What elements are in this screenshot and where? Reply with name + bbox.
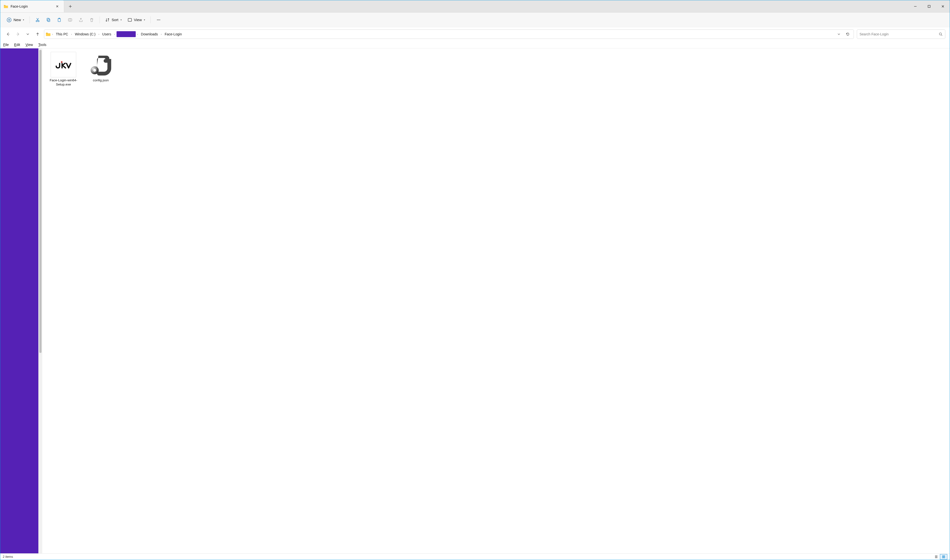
minimize-button[interactable] — [908, 0, 922, 12]
up-arrow-icon — [35, 32, 40, 36]
chevron-down-icon: ▾ — [144, 18, 145, 21]
address-dropdown-button[interactable] — [836, 31, 842, 38]
chevron-down-icon — [26, 32, 29, 36]
nav-scrollbar[interactable] — [39, 48, 42, 553]
folder-icon — [4, 5, 8, 8]
chevron-right-icon[interactable]: › — [160, 33, 162, 35]
menu-tools[interactable]: Tools — [38, 42, 47, 47]
title-bar: Face-Login ✕ — [0, 0, 950, 12]
rename-button[interactable] — [66, 15, 74, 24]
search-box[interactable] — [857, 29, 945, 39]
explorer-window: Face-Login ✕ New ▾ — [0, 0, 950, 560]
ellipsis-icon — [156, 17, 161, 22]
new-button[interactable]: New ▾ — [5, 15, 26, 24]
chevron-down-icon: ▾ — [23, 18, 24, 21]
svg-point-12 — [158, 19, 159, 20]
menu-edit[interactable]: Edit — [14, 42, 21, 47]
minimize-icon — [914, 5, 917, 8]
command-bar: New ▾ — [0, 12, 950, 27]
view-large-icons-button[interactable] — [940, 554, 947, 560]
sort-icon — [105, 18, 109, 22]
share-icon — [79, 17, 83, 22]
svg-rect-16 — [61, 62, 62, 63]
view-icon — [128, 18, 132, 22]
svg-rect-5 — [47, 18, 49, 21]
toolbar-separator — [150, 17, 151, 23]
file-name: Face-Login-win64-Setup.exe — [47, 78, 80, 87]
plus-icon — [69, 5, 72, 8]
trash-icon — [89, 17, 94, 22]
classic-menu-bar: File Edit View Tools — [0, 41, 950, 48]
svg-point-18 — [93, 69, 96, 72]
maximize-button[interactable] — [922, 0, 936, 12]
close-tab-icon[interactable]: ✕ — [54, 5, 60, 8]
chevron-down-icon: ▾ — [120, 18, 122, 21]
recent-locations-button[interactable] — [24, 31, 31, 38]
breadcrumb-downloads[interactable]: Downloads — [139, 31, 159, 37]
sort-button[interactable]: Sort ▾ — [103, 15, 124, 24]
chevron-right-icon[interactable]: › — [137, 33, 139, 35]
tab-face-login[interactable]: Face-Login ✕ — [0, 0, 64, 12]
svg-point-13 — [159, 19, 160, 20]
tab-title: Face-Login — [11, 5, 52, 8]
up-button[interactable] — [34, 31, 41, 38]
menu-view[interactable]: View — [25, 42, 34, 47]
svg-rect-22 — [944, 557, 945, 558]
svg-rect-21 — [942, 557, 943, 558]
view-details-button[interactable] — [933, 554, 940, 560]
svg-rect-0 — [4, 6, 8, 8]
file-name: config.json — [93, 78, 109, 83]
jkv-icon — [55, 60, 72, 69]
forward-button[interactable] — [14, 31, 22, 38]
chevron-right-icon[interactable]: › — [71, 33, 72, 35]
svg-rect-6 — [48, 19, 50, 22]
search-input[interactable] — [859, 32, 939, 36]
breadcrumb-face-login[interactable]: Face-Login — [163, 31, 184, 37]
chevron-right-icon[interactable]: › — [52, 33, 53, 35]
more-options-button[interactable] — [154, 15, 163, 24]
new-button-label: New — [14, 18, 21, 22]
cut-button[interactable] — [33, 15, 42, 24]
svg-rect-19 — [942, 555, 943, 557]
folder-icon — [46, 32, 51, 36]
navigation-pane-redacted[interactable] — [0, 48, 39, 553]
chevron-right-icon[interactable]: › — [114, 33, 115, 35]
breadcrumb-user-redacted[interactable] — [117, 31, 136, 37]
svg-point-4 — [38, 20, 39, 22]
refresh-button[interactable] — [844, 31, 851, 38]
scroll-thumb[interactable] — [39, 50, 42, 353]
delete-button[interactable] — [87, 15, 96, 24]
paste-button[interactable] — [55, 15, 64, 24]
menu-file[interactable]: File — [3, 42, 9, 47]
svg-rect-10 — [128, 18, 131, 22]
view-button[interactable]: View ▾ — [126, 15, 147, 24]
copy-icon — [46, 17, 51, 22]
file-item[interactable]: Face-Login-win64-Setup.exe — [47, 52, 80, 87]
file-thumbnail-json — [88, 52, 114, 77]
address-bar[interactable]: › This PC › Windows (C:) › Users › › Dow… — [44, 29, 854, 39]
breadcrumb-users[interactable]: Users — [101, 31, 113, 37]
new-plus-icon — [7, 17, 12, 22]
svg-point-3 — [36, 20, 37, 22]
file-pane[interactable]: Face-Login-win64-Setup.exe — [42, 48, 950, 553]
breadcrumb-this-pc[interactable]: This PC — [54, 31, 69, 37]
body: Face-Login-win64-Setup.exe — [0, 48, 950, 553]
toolbar-separator — [29, 17, 30, 23]
list-view-icon — [935, 555, 938, 558]
back-button[interactable] — [5, 31, 12, 38]
file-item[interactable]: config.json — [85, 52, 117, 87]
svg-point-11 — [157, 19, 157, 20]
close-icon — [941, 5, 944, 8]
item-count: 2 items — [3, 555, 13, 558]
new-tab-button[interactable] — [64, 0, 77, 12]
breadcrumb-windows-c[interactable]: Windows (C:) — [73, 31, 97, 37]
json-icon — [89, 53, 113, 77]
chevron-right-icon[interactable]: › — [98, 33, 100, 35]
svg-point-15 — [939, 33, 942, 35]
share-button[interactable] — [77, 15, 85, 24]
copy-button[interactable] — [44, 15, 53, 24]
close-window-button[interactable] — [936, 0, 950, 12]
paste-icon — [57, 17, 62, 22]
file-thumbnail-exe — [51, 52, 76, 77]
chevron-down-icon — [837, 33, 841, 35]
